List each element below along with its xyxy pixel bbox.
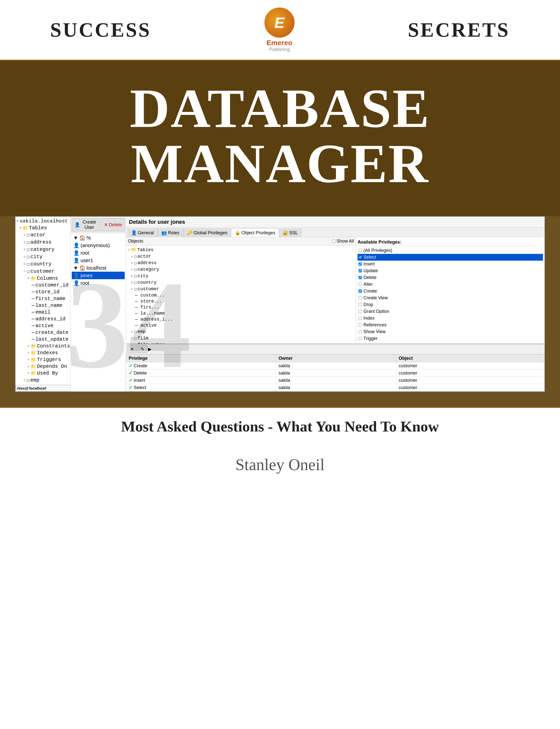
col-email[interactable]: — email (16, 309, 71, 316)
show-all-container[interactable]: Show All (332, 239, 354, 244)
tab-roles[interactable]: 👥 Roles (158, 229, 183, 237)
table-emp[interactable]: ⊕ ☐ emp (16, 377, 71, 384)
obj-cust-id[interactable]: — custom... (127, 292, 355, 298)
obj-store[interactable]: — store... (127, 298, 355, 304)
col-address-id[interactable]: — address_id (16, 316, 71, 322)
table-row[interactable]: ✓ Create sakila customer (126, 362, 544, 370)
obj-last[interactable]: — la...name (127, 310, 355, 316)
priv-create-view-checkbox[interactable] (359, 296, 362, 300)
available-privileges-label: Available Privileges: (358, 239, 543, 246)
col-first-name[interactable]: — first_name (16, 295, 71, 302)
priv-insert[interactable]: Insert (358, 261, 543, 267)
obj-first[interactable]: — firs... (127, 304, 355, 310)
tree-root[interactable]: ▼ sakila.localhost (16, 218, 71, 225)
tab-general[interactable]: 👤 General (127, 229, 158, 237)
priv-index-checkbox[interactable] (359, 317, 362, 320)
obj-actor[interactable]: ⊕ ☐ actor (127, 253, 355, 260)
table-customer[interactable]: ⊖ ☐ customer (16, 268, 71, 275)
obj-active[interactable]: — active (127, 322, 355, 328)
priv-create-checkbox[interactable] (359, 289, 362, 293)
col-last-update[interactable]: — last_update (16, 336, 71, 343)
obj-customer[interactable]: ⊖ ☐ customer (127, 286, 355, 292)
tables-folder[interactable]: ▼ 📁 Tables (16, 225, 71, 231)
priv-references[interactable]: References (358, 322, 543, 328)
col-store-id[interactable]: — store_id (16, 288, 71, 295)
tab-global-privileges[interactable]: 🔑 Global Privileges (183, 229, 231, 237)
logo-sub: Publishing (269, 47, 290, 52)
show-all-checkbox[interactable] (332, 240, 335, 243)
table-row[interactable]: ✓ Insert sakila customer (126, 377, 544, 384)
user-group-localhost[interactable]: ▼ 🏠 localhost (72, 264, 125, 272)
priv-references-checkbox[interactable] (359, 323, 362, 327)
col-active[interactable]: — active (16, 322, 71, 329)
priv-all-checkbox[interactable] (359, 249, 362, 252)
used-by-folder[interactable]: ⊕ 📁 Used By (16, 370, 71, 377)
user-jones[interactable]: 👤 jones (72, 272, 125, 279)
priv-trigger-checkbox[interactable] (359, 337, 362, 340)
priv-drop-checkbox[interactable] (359, 303, 362, 306)
user-root-percent[interactable]: 👤 root (72, 249, 125, 257)
priv-update-checkbox[interactable] (359, 269, 362, 272)
priv-index[interactable]: Index (358, 315, 543, 322)
priv-alter-checkbox[interactable] (359, 283, 362, 286)
priv-all[interactable]: (All Privileges) (358, 247, 543, 254)
left-panel: ▼ sakila.localhost ▼ 📁 Tables ⊕ ☐ actor … (16, 217, 71, 391)
user-anonymous[interactable]: 👤 (anonymous) (72, 242, 125, 249)
obj-film[interactable]: ⊕ ☐ film (127, 335, 355, 341)
col-last-name[interactable]: — last_name (16, 302, 71, 309)
col-customer-id[interactable]: — customer_id (16, 282, 71, 288)
priv-insert-checkbox[interactable] (359, 262, 362, 266)
table-country[interactable]: ⊕ ☐ country (16, 260, 71, 268)
table-category[interactable]: ⊕ ☐ category (16, 246, 71, 253)
indexes-folder[interactable]: ⊕ 📁 Indexes (16, 349, 71, 356)
tab-ssl[interactable]: 🔐 SSL (279, 229, 302, 237)
create-user-button[interactable]: 👤 Create User (72, 218, 100, 231)
roles-icon: 👥 (161, 230, 167, 236)
table-row[interactable]: ✓ Delete sakila customer (126, 370, 544, 377)
constraints-folder[interactable]: ⊕ 📁 Constraints (16, 343, 71, 349)
priv-grant-option-checkbox[interactable] (359, 310, 362, 313)
priv-create[interactable]: Create (358, 288, 543, 295)
col-create-date[interactable]: — create_date (16, 329, 71, 336)
priv-grant-option[interactable]: Grant Option (358, 308, 543, 315)
user-group-percent[interactable]: ▼ 🏠 % (72, 234, 125, 242)
table-row[interactable]: ✓ Select sakila customer (126, 384, 544, 391)
obj-city[interactable]: ⊕ ☐ city (127, 273, 355, 279)
priv-show-view[interactable]: Show View (358, 328, 543, 335)
priv-create-view[interactable]: Create View (358, 295, 543, 301)
props-title: rties@'localhost' (17, 386, 69, 391)
users-panel: 👤 Create User ✕ Delete ▼ 🏠 % 👤 (anonymou… (71, 217, 126, 391)
priv-select-checkbox[interactable] (359, 256, 362, 259)
user-user1[interactable]: 👤 user1 (72, 257, 125, 264)
user-root-localhost[interactable]: 👤 root (72, 279, 125, 287)
edit-button[interactable]: ✎ (138, 345, 147, 353)
priv-drop[interactable]: Drop (358, 301, 543, 308)
priv-select[interactable]: Select (358, 254, 543, 261)
priv-delete-checkbox[interactable] (359, 276, 362, 279)
depends-on-folder[interactable]: ⊕ 📁 Depends On (16, 363, 71, 370)
priv-update[interactable]: Update (358, 267, 543, 274)
bottom-table-area: ✕ ✎ ▶ Privilege Owner Object ✓ Cre (126, 344, 544, 391)
check-icon: ✓ (129, 378, 132, 383)
obj-country[interactable]: ⊕ ☐ country (127, 279, 355, 286)
priv-alter[interactable]: Alter (358, 281, 543, 288)
table-city[interactable]: ⊕ ☐ city (16, 253, 71, 260)
obj-address[interactable]: ⊕ ☐ address (127, 260, 355, 266)
delete-button[interactable]: ✕ Delete (101, 218, 125, 231)
tab-object-privileges[interactable]: 🔒 Object Privileges (231, 229, 279, 237)
priv-show-view-checkbox[interactable] (359, 330, 362, 333)
table-address[interactable]: ⊕ ☐ address (16, 239, 71, 246)
general-icon: 👤 (131, 230, 137, 236)
col-privilege: Privilege (126, 355, 276, 362)
priv-delete[interactable]: Delete (358, 274, 543, 281)
close-button[interactable]: ✕ (127, 345, 137, 353)
obj-category[interactable]: ⊕ ☐ category (127, 266, 355, 273)
folder-icon: 📁 (23, 225, 28, 231)
obj-tables-folder[interactable]: ⊖ 📁 Tables (127, 247, 355, 253)
table-actor[interactable]: ⊕ ☐ actor (16, 231, 71, 239)
priv-trigger[interactable]: Trigger (358, 335, 543, 342)
columns-folder[interactable]: ▼ 📁 Columns (16, 275, 71, 282)
obj-emp[interactable]: ⊕ ☐ emp (127, 328, 355, 335)
obj-addr[interactable]: — address_i... (127, 316, 355, 322)
triggers-folder[interactable]: ⊕ 📁 Triggers (16, 356, 71, 363)
